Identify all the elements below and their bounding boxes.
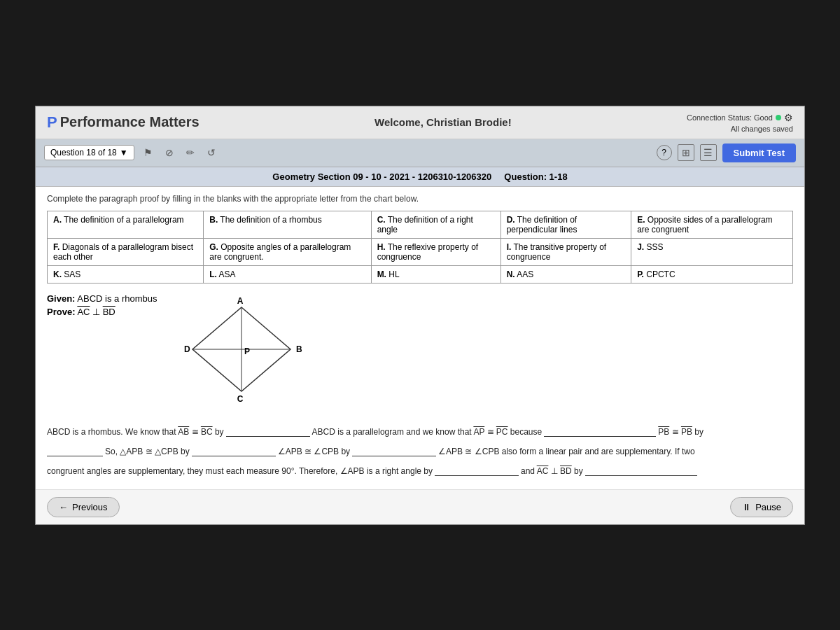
bd-line: BD bbox=[103, 307, 115, 317]
section-title: Geometry Section 09 - 10 - 2021 - 120631… bbox=[272, 172, 491, 182]
table-cell-i: I. The transitive property of congruence bbox=[500, 238, 631, 265]
key-g: G. bbox=[209, 242, 218, 252]
table-cell-n: N. AAS bbox=[500, 265, 631, 283]
key-h: H. bbox=[377, 242, 386, 252]
question-selector[interactable]: Question 18 of 18 ▼ bbox=[44, 145, 134, 160]
given-text: Given: ABCD is a rhombus bbox=[47, 293, 158, 304]
toolbar-left: Question 18 of 18 ▼ ⚑ ⊘ ✏ ↺ bbox=[44, 144, 220, 161]
key-j: J. bbox=[637, 242, 644, 252]
table-cell-k: K. SAS bbox=[48, 265, 204, 283]
diagram-area: A B C D P bbox=[172, 293, 312, 405]
key-b: B. bbox=[209, 215, 218, 225]
vertex-p-label: P bbox=[244, 346, 250, 356]
pencil-icon[interactable]: ✏ bbox=[182, 144, 199, 161]
proof-line-1: ABCD is a rhombus. We know that AB ≅ BC … bbox=[47, 424, 793, 440]
proof-input-6[interactable] bbox=[435, 465, 519, 476]
key-a: A. bbox=[53, 215, 62, 225]
key-c: C. bbox=[377, 215, 386, 225]
section-header: Geometry Section 09 - 10 - 2021 - 120631… bbox=[36, 167, 804, 187]
table-cell-j: J. SSS bbox=[631, 238, 793, 265]
vertex-d-label: D bbox=[184, 344, 190, 354]
refresh-icon[interactable]: ↺ bbox=[203, 144, 220, 161]
key-i: I. bbox=[507, 242, 512, 252]
flag-icon[interactable]: ⚑ bbox=[140, 144, 157, 161]
proof-text-1c: PB ≅ PB by bbox=[658, 424, 704, 440]
key-p: P. bbox=[637, 270, 644, 279]
welcome-text: Welcome, Christian Brodie! bbox=[374, 116, 512, 128]
problem-statement: Given: ABCD is a rhombus Prove: AC ⊥ BD bbox=[47, 293, 158, 317]
settings-icon[interactable]: ⚙ bbox=[784, 112, 793, 123]
app-window: P Performance Matters Welcome, Christian… bbox=[35, 106, 805, 525]
proof-line-3: congruent angles are supplementary, they… bbox=[47, 463, 793, 479]
expand-icon[interactable]: ⊞ bbox=[678, 144, 694, 161]
saved-status: All changes saved bbox=[731, 125, 793, 133]
help-icon[interactable]: ? bbox=[657, 145, 672, 160]
table-cell-g: G. Opposite angles of a parallelogram ar… bbox=[204, 238, 371, 265]
key-n: N. bbox=[507, 270, 515, 279]
key-l: L. bbox=[209, 270, 217, 279]
key-m: M. bbox=[377, 270, 386, 279]
toolbar-icons: ⚑ ⊘ ✏ ↺ bbox=[140, 144, 220, 161]
toolbar: Question 18 of 18 ▼ ⚑ ⊘ ✏ ↺ ? ⊞ ☰ Submit… bbox=[36, 139, 804, 167]
proof-text-1a: ABCD is a rhombus. We know that AB ≅ BC … bbox=[47, 424, 224, 440]
ac-line: AC bbox=[77, 307, 90, 317]
table-cell-l: L. ASA bbox=[204, 265, 371, 283]
proof-text-1b: ABCD is a parallelogram and we know that… bbox=[312, 424, 542, 440]
prove-text: Prove: AC ⊥ BD bbox=[47, 307, 158, 317]
logo: P Performance Matters bbox=[47, 113, 200, 132]
table-cell-p: P. CPCTC bbox=[631, 265, 793, 283]
connection-label: Connection Status: Good bbox=[687, 113, 773, 122]
table-cell-h: H. The reflexive property of congruence bbox=[371, 238, 500, 265]
previous-button[interactable]: ← Previous bbox=[47, 497, 120, 517]
proof-input-2[interactable] bbox=[544, 426, 656, 437]
given-label: Given: bbox=[47, 293, 75, 304]
table-cell-m: M. HL bbox=[371, 265, 500, 283]
proof-input-1[interactable] bbox=[226, 426, 310, 437]
table-cell-d: D. The definition of perpendicular lines bbox=[500, 211, 631, 238]
toolbar-right: ? ⊞ ☰ Submit Test bbox=[657, 144, 796, 162]
table-cell-e: E. Opposite sides of a parallelogram are… bbox=[631, 211, 793, 238]
top-bar-right: Connection Status: Good ⚙ All changes sa… bbox=[687, 112, 793, 133]
proof-text-3a: congruent angles are supplementary, they… bbox=[47, 463, 433, 479]
top-bar-left: P Performance Matters bbox=[47, 113, 200, 132]
vertex-c-label: C bbox=[237, 394, 243, 404]
proof-input-7[interactable] bbox=[585, 465, 697, 476]
proof-area: ABCD is a rhombus. We know that AB ≅ BC … bbox=[47, 424, 793, 479]
top-bar: P Performance Matters Welcome, Christian… bbox=[36, 106, 804, 139]
clear-icon[interactable]: ⊘ bbox=[161, 144, 178, 161]
question-range: Question: 1-18 bbox=[504, 172, 567, 182]
pause-label: Pause bbox=[755, 502, 781, 512]
vertex-a-label: A bbox=[237, 296, 243, 306]
proof-text-2c: ∠APB ≅ ∠CPB also form a linear pair and … bbox=[438, 443, 695, 460]
table-cell-b: B. The definition of a rhombus bbox=[204, 211, 371, 238]
key-d: D. bbox=[507, 215, 515, 225]
table-cell-a: A. The definition of a parallelogram bbox=[48, 211, 204, 238]
connection-status: Connection Status: Good ⚙ bbox=[687, 112, 793, 123]
vertex-b-label: B bbox=[296, 344, 302, 354]
previous-label: Previous bbox=[72, 502, 108, 512]
logo-icon: P bbox=[47, 113, 57, 132]
reference-table: A. The definition of a parallelogram B. … bbox=[47, 211, 793, 284]
content-area: Complete the paragraph proof by filling … bbox=[36, 187, 804, 489]
app-name: Performance Matters bbox=[60, 114, 200, 130]
proof-input-4[interactable] bbox=[192, 446, 276, 456]
pause-icon: ⏸ bbox=[742, 502, 751, 512]
proof-input-5[interactable] bbox=[352, 446, 436, 456]
table-cell-c: C. The definition of a right angle bbox=[371, 211, 500, 238]
left-arrow-icon: ← bbox=[59, 502, 68, 512]
proof-line-2: So, △APB ≅ △CPB by ∠APB ≅ ∠CPB by ∠APB ≅… bbox=[47, 443, 793, 460]
pause-button[interactable]: ⏸ Pause bbox=[730, 497, 793, 517]
connection-dot bbox=[776, 115, 781, 120]
proof-input-3[interactable] bbox=[47, 446, 103, 456]
question-label: Question 18 of 18 bbox=[50, 148, 117, 158]
list-icon[interactable]: ☰ bbox=[700, 144, 717, 161]
submit-button[interactable]: Submit Test bbox=[722, 144, 796, 162]
rhombus-diagram: A B C D P bbox=[172, 293, 312, 405]
proof-text-3b: and AC ⊥ BD by bbox=[521, 463, 583, 479]
bottom-nav: ← Previous ⏸ Pause bbox=[36, 489, 804, 524]
prove-label: Prove: bbox=[47, 307, 75, 317]
key-e: E. bbox=[637, 215, 645, 225]
key-f: F. bbox=[53, 242, 59, 252]
key-k: K. bbox=[53, 270, 62, 279]
proof-text-2b: ∠APB ≅ ∠CPB by bbox=[278, 443, 350, 460]
